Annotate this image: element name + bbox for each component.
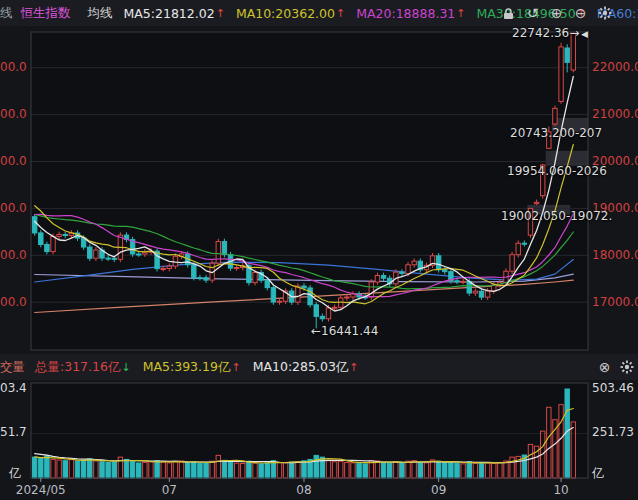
volume-tick-label-left: 03.46 bbox=[0, 381, 27, 395]
volume-tick-label: 503.46 bbox=[592, 381, 638, 395]
volume-panel-toolbar: ⊗ bbox=[597, 354, 634, 380]
x-axis-label: 2024/05 bbox=[16, 483, 66, 497]
volume-unit-label-left: 亿 bbox=[9, 465, 21, 482]
price-tick-label: 21000.00 bbox=[592, 107, 638, 121]
period-low-annotation: ←16441.44 bbox=[311, 324, 378, 338]
x-axis-label: 07 bbox=[162, 483, 177, 497]
latest-price-marker-icon: ◀ bbox=[581, 29, 588, 39]
price-tick-label-left: 00.00 bbox=[0, 107, 27, 121]
chart-canvas[interactable] bbox=[0, 0, 638, 500]
price-tick-label: 22000.00 bbox=[592, 60, 638, 74]
price-tick-label-left: 00.00 bbox=[0, 248, 27, 262]
total-volume-arrow-icon: ↓ bbox=[121, 361, 130, 374]
close-panel-icon[interactable]: ⊗ bbox=[597, 360, 612, 375]
volume-ma5-readout: MA5:393.19亿 ↑ bbox=[143, 359, 241, 376]
volume-settings-gear-icon[interactable] bbox=[619, 360, 634, 375]
total-volume-readout: 总量:317.16亿 ↓ bbox=[35, 359, 131, 376]
volume-ma10-arrow-icon: ↑ bbox=[349, 361, 358, 374]
volume-tick-label-left: 51.73 bbox=[0, 425, 27, 439]
price-tick-label-left: 00.00 bbox=[0, 201, 27, 215]
volume-unit-label: 亿 bbox=[592, 465, 604, 482]
period-high-annotation: 22742.36→ bbox=[512, 26, 579, 40]
x-axis-label: 09 bbox=[431, 483, 446, 497]
volume-ma10-value: MA10:285.03亿 bbox=[253, 359, 349, 376]
gap-annotation-3: 19002.050-19072. bbox=[501, 209, 612, 223]
total-volume-value: 总量:317.16亿 bbox=[35, 359, 120, 376]
volume-ma5-value: MA5:393.19亿 bbox=[143, 359, 231, 376]
x-axis-label: 10 bbox=[553, 483, 568, 497]
stock-chart-app: 线 恒生指数 均线 MA5:21812.02 ↑ MA10:20362.00 ↑… bbox=[0, 0, 638, 500]
gap-annotation-1: 20743.200-207 bbox=[510, 126, 602, 140]
volume-ma10-readout: MA10:285.03亿 ↑ bbox=[253, 359, 359, 376]
price-tick-label: 18000.00 bbox=[592, 248, 638, 262]
volume-ma5-arrow-icon: ↑ bbox=[231, 361, 240, 374]
gap-annotation-2: 19954.060-2026 bbox=[507, 164, 607, 178]
price-tick-label: 17000.00 bbox=[592, 295, 638, 309]
price-tick-label-left: 00.00 bbox=[0, 154, 27, 168]
price-tick-label-left: 00.00 bbox=[0, 60, 27, 74]
x-tick-marks bbox=[41, 478, 561, 482]
volume-panel-header: 交量 总量:317.16亿 ↓ MA5:393.19亿 ↑ MA10:285.0… bbox=[0, 354, 638, 380]
truncated-volume-label: 交量 bbox=[0, 359, 25, 376]
x-axis-label: 08 bbox=[296, 483, 311, 497]
price-tick-label-left: 00.00 bbox=[0, 295, 27, 309]
volume-tick-label: 251.73 bbox=[592, 425, 638, 439]
